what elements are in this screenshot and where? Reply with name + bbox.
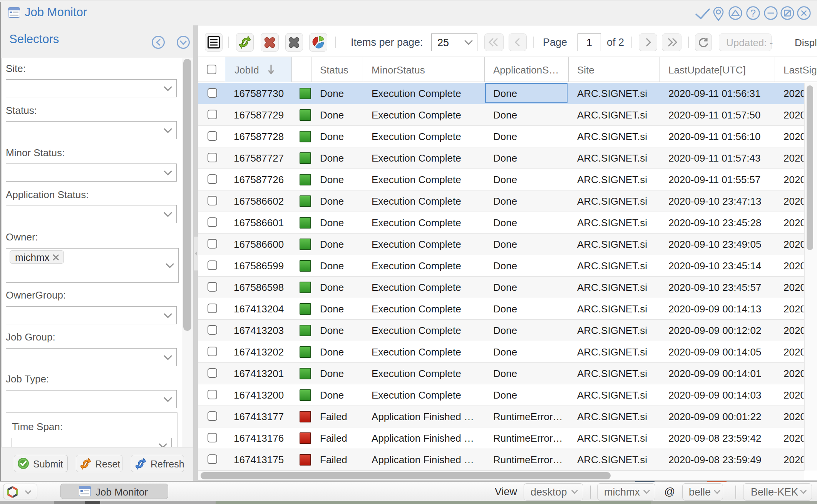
- svg-text:?: ?: [750, 8, 756, 18]
